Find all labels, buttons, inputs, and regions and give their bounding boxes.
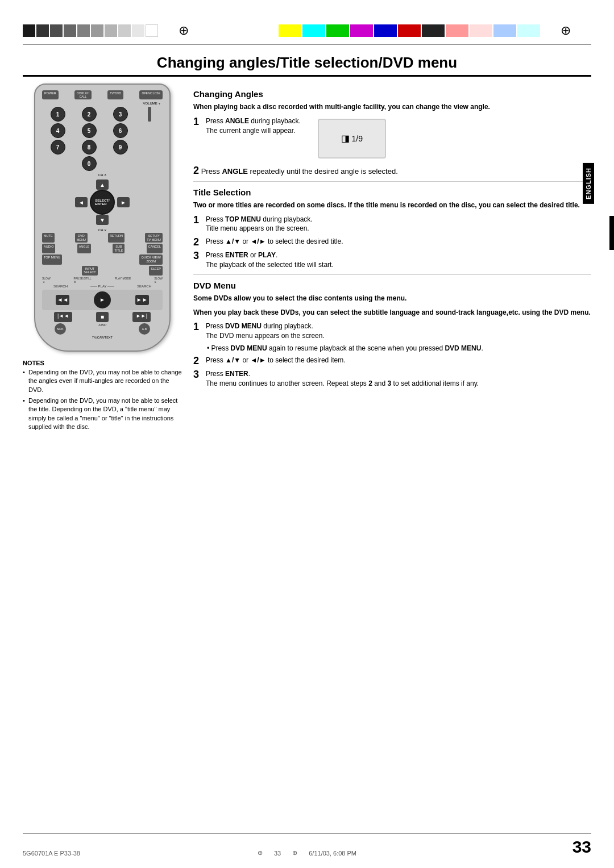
bullet-mark: • — [207, 344, 211, 352]
main-content: Changing angles/Title selection/DVD menu… — [23, 54, 591, 828]
select-enter-button[interactable]: SELECT/ENTER — [90, 190, 115, 215]
display-call-button[interactable]: DISPLAY/CALL — [74, 90, 92, 99]
btn-7[interactable]: 7 — [51, 140, 65, 155]
or-text-dv2: or — [240, 356, 250, 364]
fast-forward-button[interactable]: ►► — [135, 295, 149, 305]
step-num-2a: 2 — [193, 165, 199, 176]
spacer-func — [62, 254, 140, 264]
func-row-4: INPUTSELECT SLEEP — [42, 266, 163, 276]
volume-slider — [148, 107, 151, 122]
skip-prev-button[interactable]: |◄◄ — [54, 312, 72, 322]
btn-5[interactable]: 5 — [82, 123, 97, 138]
func-row-1: MUTE DVDMENU RETURN SETUP/TV MENU — [42, 233, 163, 243]
angle-button[interactable]: ANGLE — [77, 244, 92, 253]
skip-next-button[interactable]: ►►| — [132, 312, 151, 322]
mute-button[interactable]: MUTE — [42, 233, 55, 243]
spacer-jump: JUMP — [91, 323, 114, 335]
step1-left: 1 Press ANGLE during playback. The curre… — [193, 116, 301, 161]
open-close-button[interactable]: OPEN/CLOSE — [139, 90, 163, 99]
bottom-rule — [23, 833, 591, 834]
btn-2[interactable]: 2 — [82, 107, 97, 122]
changing-angles-title: Changing Angles — [193, 89, 591, 99]
dvd-step2-content: Press ▲/▼ or ◄/► to select the desired i… — [206, 356, 591, 365]
bar-3 — [50, 24, 63, 37]
btn-6[interactable]: 6 — [113, 123, 128, 138]
dvd-menu-button[interactable]: DVDMENU — [75, 233, 88, 243]
angle-keyword: ANGLE — [225, 117, 249, 125]
btn-4[interactable]: 4 — [51, 123, 65, 138]
press-label-1: Press — [206, 117, 225, 125]
sleep-button[interactable]: SLEEP — [149, 266, 163, 276]
bar-4 — [64, 24, 76, 37]
dv1-sub: The DVD menu appears on the screen. — [206, 332, 325, 340]
nav-cross: ▲ ◄ SELECT/ENTER ► ▼ — [42, 180, 163, 225]
marker-button[interactable]: MRK — [55, 323, 66, 335]
repeat-ab-button[interactable]: A-B — [139, 323, 150, 335]
spacer-vol3 — [144, 156, 155, 171]
dvd-menu-section: DVD Menu Some DVDs allow you to select t… — [193, 281, 591, 389]
press-label-dv2: Press — [206, 356, 225, 364]
dvd-menu-intro1: Some DVDs allow you to select the disc c… — [193, 294, 591, 303]
dv3-sub: The menu continues to another screen. Re… — [206, 379, 479, 387]
light-pink-bar — [470, 24, 492, 37]
lr-arrow-dv2: ◄/► — [250, 356, 265, 364]
bar-10 — [146, 24, 158, 37]
english-language-tab: ENGLISH — [583, 163, 594, 204]
ts3-sub: The playback of the selected title will … — [206, 261, 334, 269]
setup-tv-menu-button[interactable]: SETUP/TV MENU — [145, 233, 163, 243]
bar-1 — [23, 24, 35, 37]
return-button[interactable]: RETURN — [108, 233, 125, 243]
angle-indicator: ◨ 1/9 — [341, 133, 363, 144]
angle-sub-text: The current angle will appear. — [206, 127, 295, 135]
tv-dvd-button[interactable]: TV/DVD — [107, 90, 123, 99]
play-label-center: —— PLAY —— — [90, 285, 114, 288]
dvd-step-1: 1 Press DVD MENU during playback. The DV… — [193, 322, 591, 341]
skip-stop-row: |◄◄ ■ ►►| — [42, 312, 163, 322]
right-column: ENGLISH Changing Angles When playing bac… — [193, 84, 591, 431]
divider-2 — [193, 274, 591, 275]
play-keyword: PLAY — [258, 251, 276, 259]
footer-right: 6/11/03, 6:08 PM — [309, 850, 356, 857]
title-step-3: 3 Press ENTER or PLAY. The playback of t… — [193, 251, 591, 270]
btn-1[interactable]: 1 — [51, 107, 65, 122]
func-row-3: TOP MENU QUICK VIEW/ZOOM — [42, 254, 163, 264]
btn-9[interactable]: 9 — [113, 140, 128, 155]
volume-label: VOLUME + — [42, 102, 160, 105]
title-selection-title: Title Selection — [193, 187, 591, 197]
angle-value: 1/9 — [352, 134, 363, 143]
blue-bar — [374, 24, 397, 37]
btn-0[interactable]: 0 — [82, 156, 97, 171]
top-menu-button[interactable]: TOP MENU — [42, 254, 62, 264]
ch-up-label: CH ∧ — [42, 173, 163, 177]
play-button[interactable]: ► — [94, 291, 111, 308]
nav-right-button[interactable]: ► — [117, 197, 130, 207]
footer-left: 5G60701A E P33-38 — [23, 850, 80, 857]
note-2: Depending on the DVD, you may not be abl… — [23, 397, 182, 432]
rewind-button[interactable]: ◄◄ — [56, 295, 69, 305]
nav-left-button[interactable]: ◄ — [75, 197, 88, 207]
num-row-0: 0 — [42, 156, 163, 171]
btn-8[interactable]: 8 — [82, 140, 97, 155]
press-label-ts3: Press — [206, 251, 225, 259]
title-step1-content: Press TOP MENU during playback. Title me… — [206, 215, 591, 234]
angle-icon: ◨ — [341, 133, 350, 144]
nav-down-button[interactable]: ▼ — [96, 215, 109, 225]
sub-title-button[interactable]: SUBTITLE — [113, 244, 125, 253]
dvbul-text: again to resume playback at the scene wh… — [267, 344, 445, 352]
title-step2-content: Press ▲/▼ or ◄/► to select the desired t… — [206, 237, 591, 247]
step1-content: Press ANGLE during playback. The current… — [206, 116, 301, 161]
input-select-button[interactable]: INPUTSELECT — [82, 266, 97, 276]
press-label-dv1: Press — [206, 322, 225, 330]
num-row-3: 7 8 9 — [42, 140, 163, 155]
cancel-button[interactable]: CANCEL — [147, 244, 163, 253]
ts3-dot: . — [276, 251, 277, 259]
transport-row: ◄◄ ► ►► — [42, 290, 163, 310]
quick-view-zoom-button[interactable]: QUICK VIEW/ZOOM — [139, 254, 163, 264]
btn-3[interactable]: 3 — [113, 107, 128, 122]
stop-button[interactable]: ■ — [96, 312, 109, 322]
ch-down-label: CH ∨ — [42, 228, 163, 232]
audio-button[interactable]: AUDIO — [42, 244, 55, 253]
nav-up-button[interactable]: ▲ — [96, 180, 109, 190]
power-button[interactable]: POWER — [42, 90, 59, 99]
bar-8 — [118, 24, 131, 37]
